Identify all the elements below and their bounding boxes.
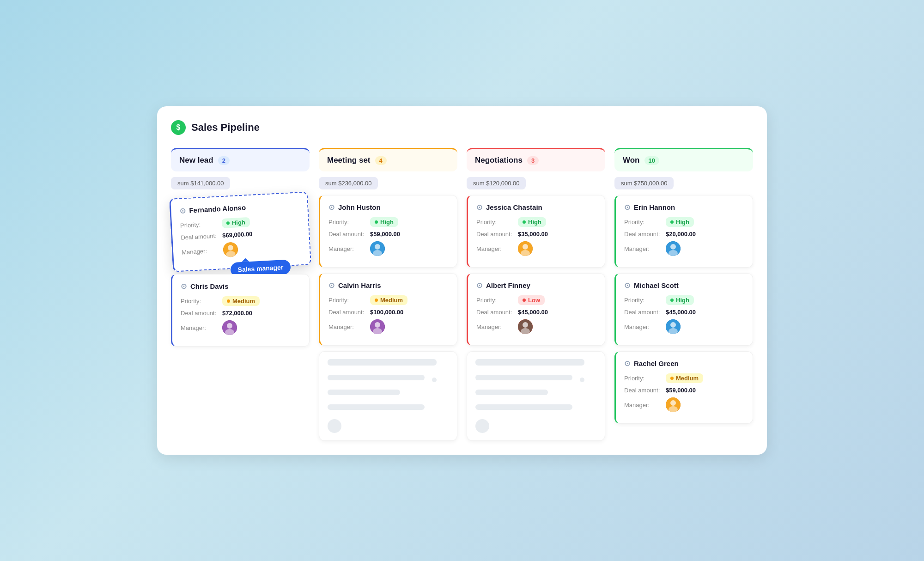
card-row-manager-chris: Manager: bbox=[181, 320, 301, 335]
priority-badge-erin: High bbox=[666, 217, 694, 227]
card-name-chris: ⊙ Chris Davis bbox=[181, 282, 301, 291]
svg-point-7 bbox=[375, 244, 380, 250]
avatar-albert bbox=[518, 319, 533, 334]
card-chris[interactable]: ⊙ Chris Davis Priority: Medium Deal amou… bbox=[171, 274, 310, 347]
priority-badge-jessica: High bbox=[518, 217, 546, 227]
avatar-john bbox=[370, 241, 385, 256]
card-name-michael: ⊙ Michael Scott bbox=[624, 281, 744, 290]
card-name-albert: ⊙ Albert Finney bbox=[476, 281, 596, 290]
card-row-priority-fernando: Priority: High bbox=[180, 214, 300, 231]
dot-medium-calvin bbox=[375, 299, 378, 302]
card-jessica[interactable]: ⊙ Jessica Chastain Priority: High Deal a… bbox=[467, 195, 605, 268]
column-header-negotiations: Negotiations 3 bbox=[467, 148, 605, 171]
card-row-deal-erin: Deal amount: $20,000.00 bbox=[624, 231, 744, 238]
card-albert[interactable]: ⊙ Albert Finney Priority: Low Deal amoun… bbox=[467, 273, 605, 346]
priority-badge-chris: Medium bbox=[222, 296, 260, 306]
check-icon-fernando: ⊙ bbox=[179, 206, 186, 215]
avatar-jessica bbox=[518, 241, 533, 256]
card-row-priority-john: Priority: High bbox=[328, 217, 449, 227]
check-icon-jessica: ⊙ bbox=[476, 203, 482, 212]
kanban-board: New lead 2 sum $141,000.00 ⊙ Fernando Al… bbox=[171, 148, 753, 441]
card-row-priority-rachel: Priority: Medium bbox=[624, 373, 744, 383]
priority-badge-fernando: High bbox=[221, 217, 250, 228]
sum-new-lead: sum $141,000.00 bbox=[171, 177, 310, 189]
svg-point-13 bbox=[523, 244, 528, 250]
card-row-manager-erin: Manager: bbox=[624, 241, 744, 256]
column-title-won: Won bbox=[623, 156, 640, 165]
column-badge-won: 10 bbox=[644, 156, 659, 165]
svg-point-25 bbox=[670, 400, 676, 406]
avatar-chris bbox=[222, 320, 237, 335]
svg-point-19 bbox=[670, 244, 676, 250]
priority-badge-john: High bbox=[370, 217, 398, 227]
card-row-manager-fernando: Manager: bbox=[181, 238, 301, 260]
card-fernando[interactable]: ⊙ Fernando Alonso Priority: High Deal am… bbox=[169, 191, 311, 272]
card-name-john: ⊙ John Huston bbox=[328, 203, 449, 212]
card-row-manager-calvin: Manager: bbox=[328, 319, 449, 334]
priority-badge-albert: Low bbox=[518, 295, 545, 305]
column-header-new-lead: New lead 2 bbox=[171, 148, 310, 171]
check-icon-michael: ⊙ bbox=[624, 281, 630, 290]
card-row-deal-chris: Deal amount: $72,000.00 bbox=[181, 310, 301, 317]
dot-high-jessica bbox=[523, 220, 526, 224]
check-icon-albert: ⊙ bbox=[476, 281, 482, 290]
app-container: $ Sales Pipeline New lead 2 sum $141,000… bbox=[157, 106, 767, 455]
card-row-manager-albert: Manager: bbox=[476, 319, 596, 334]
svg-point-22 bbox=[670, 322, 676, 328]
column-won: Won 10 sum $750,000.00 ⊙ Erin Hannon Pri… bbox=[614, 148, 753, 441]
app-title: Sales Pipeline bbox=[191, 122, 260, 134]
card-row-deal-john: Deal amount: $59,000.00 bbox=[328, 231, 449, 238]
sum-won: sum $750,000.00 bbox=[614, 177, 753, 189]
card-john[interactable]: ⊙ John Huston Priority: High Deal amount… bbox=[319, 195, 457, 268]
card-row-priority-michael: Priority: High bbox=[624, 295, 744, 305]
dot-medium-rachel bbox=[670, 377, 674, 380]
card-name-erin: ⊙ Erin Hannon bbox=[624, 203, 744, 212]
card-row-priority-albert: Priority: Low bbox=[476, 295, 596, 305]
card-name-rachel: ⊙ Rachel Green bbox=[624, 359, 744, 368]
card-row-deal-jessica: Deal amount: $35,000.00 bbox=[476, 231, 596, 238]
card-row-deal-albert: Deal amount: $45,000.00 bbox=[476, 309, 596, 316]
card-row-deal-rachel: Deal amount: $59,000.00 bbox=[624, 387, 744, 394]
card-calvin[interactable]: ⊙ Calvin Harris Priority: Medium Deal am… bbox=[319, 273, 457, 346]
card-row-manager-jessica: Manager: bbox=[476, 241, 596, 256]
column-new-lead: New lead 2 sum $141,000.00 ⊙ Fernando Al… bbox=[171, 148, 310, 441]
check-icon-calvin: ⊙ bbox=[328, 281, 334, 290]
card-row-deal-michael: Deal amount: $45,000.00 bbox=[624, 309, 744, 316]
avatar-michael bbox=[666, 319, 681, 334]
card-row-manager-michael: Manager: bbox=[624, 319, 744, 334]
avatar-rachel bbox=[666, 397, 681, 412]
card-row-manager-rachel: Manager: bbox=[624, 397, 744, 412]
card-row-priority-erin: Priority: High bbox=[624, 217, 744, 227]
card-row-priority-chris: Priority: Medium bbox=[181, 296, 301, 306]
dot-medium-chris bbox=[227, 299, 230, 303]
skeleton-card-negotiations-1 bbox=[467, 351, 605, 441]
dot-high-fernando bbox=[226, 221, 230, 225]
skeleton-card-meeting-1 bbox=[319, 351, 457, 441]
column-title-new-lead: New lead bbox=[179, 156, 213, 165]
dot-high-michael bbox=[670, 299, 674, 302]
check-icon-john: ⊙ bbox=[328, 203, 334, 212]
app-logo: $ bbox=[171, 120, 186, 135]
sum-meeting-set: sum $236,000.00 bbox=[319, 177, 457, 189]
card-erin[interactable]: ⊙ Erin Hannon Priority: High Deal amount… bbox=[614, 195, 753, 268]
check-icon-chris: ⊙ bbox=[181, 282, 187, 291]
check-icon-erin: ⊙ bbox=[624, 203, 630, 212]
app-header: $ Sales Pipeline bbox=[171, 120, 753, 135]
card-row-manager-john: Manager: bbox=[328, 241, 449, 256]
card-row-priority-jessica: Priority: High bbox=[476, 217, 596, 227]
dot-low-albert bbox=[523, 299, 526, 302]
column-badge-negotiations: 3 bbox=[527, 156, 539, 165]
card-michael[interactable]: ⊙ Michael Scott Priority: High Deal amou… bbox=[614, 273, 753, 346]
sum-negotiations: sum $120,000.00 bbox=[467, 177, 605, 189]
avatar-calvin bbox=[370, 319, 385, 334]
priority-badge-calvin: Medium bbox=[370, 295, 407, 305]
svg-point-16 bbox=[523, 322, 528, 328]
avatar-fernando bbox=[223, 242, 238, 257]
dot-high-john bbox=[375, 220, 378, 224]
card-row-priority-calvin: Priority: Medium bbox=[328, 295, 449, 305]
card-rachel[interactable]: ⊙ Rachel Green Priority: Medium Deal amo… bbox=[614, 351, 753, 424]
column-title-negotiations: Negotiations bbox=[475, 156, 523, 165]
avatar-erin bbox=[666, 241, 681, 256]
column-meeting-set: Meeting set 4 sum $236,000.00 ⊙ John Hus… bbox=[319, 148, 457, 441]
priority-badge-rachel: Medium bbox=[666, 373, 703, 383]
